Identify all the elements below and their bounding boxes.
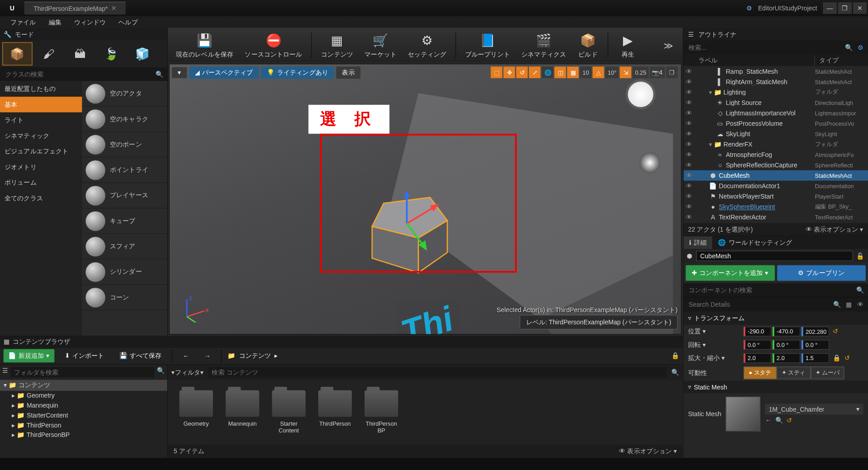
- component-search-input[interactable]: [685, 285, 855, 295]
- landscape-mode-button[interactable]: 🏔: [65, 42, 95, 65]
- location-x-input[interactable]: [744, 327, 771, 337]
- folder-search-input[interactable]: [10, 367, 155, 378]
- toolbar-button[interactable]: 📘ブループリント: [461, 30, 514, 60]
- tree-item[interactable]: ▸ 📁 ThirdPersonBP: [0, 430, 167, 440]
- category-item[interactable]: ジオメトリ: [0, 159, 82, 175]
- toolbar-button[interactable]: 📦ビルド: [573, 30, 603, 60]
- toolbar-overflow-button[interactable]: ≫: [658, 40, 679, 51]
- asset-search-input[interactable]: [208, 367, 667, 378]
- visibility-icon[interactable]: 👁: [686, 193, 695, 199]
- blueprint-button[interactable]: ⚙ ブループリン: [777, 265, 865, 281]
- close-icon[interactable]: ✕: [111, 5, 117, 12]
- outliner-search-input[interactable]: [685, 42, 843, 52]
- mesh-asset-picker[interactable]: 1M_Cube_Chamfer▾: [765, 404, 863, 414]
- add-component-button[interactable]: ✚ コンポーネントを追加 ▾: [686, 265, 774, 281]
- outliner-row[interactable]: 👁☀Light SourceDirectionalLigh: [684, 97, 868, 108]
- minimize-button[interactable]: —: [823, 2, 837, 14]
- mesh-thumbnail[interactable]: [726, 397, 761, 432]
- outliner-row[interactable]: 👁☁SkyLightSkyLight: [684, 128, 868, 139]
- outliner-col-label[interactable]: ラベル: [694, 55, 815, 66]
- category-item[interactable]: ボリューム: [0, 175, 82, 191]
- tree-item[interactable]: ▸ 📁 ThirdPerson: [0, 420, 167, 430]
- details-search-input[interactable]: [685, 299, 832, 310]
- visibility-icon[interactable]: 👁: [686, 130, 695, 137]
- placeable-actor[interactable]: 空のアクタ: [82, 81, 167, 106]
- menu-item[interactable]: 編集: [43, 16, 67, 27]
- tree-item[interactable]: ▸ 📁 Geometry: [0, 391, 167, 401]
- outliner-row[interactable]: 👁≈AtmosphericFogAtmosphericFo: [684, 149, 868, 160]
- reset-icon[interactable]: ↺: [787, 417, 792, 425]
- toolbar-button[interactable]: ▶再生: [613, 30, 643, 60]
- save-all-button[interactable]: 💾 すべて保存: [114, 349, 166, 362]
- visibility-icon[interactable]: 👁: [686, 203, 695, 210]
- expand-icon[interactable]: ▾: [709, 140, 712, 148]
- toolbar-button[interactable]: 💾現在のレベルを保存: [171, 30, 238, 60]
- details-tab[interactable]: ℹ 詳細: [684, 236, 712, 249]
- browse-to-icon[interactable]: 🔍: [775, 417, 783, 425]
- close-button[interactable]: ✕: [853, 2, 867, 14]
- view-options-button[interactable]: 👁 表示オプション ▾: [619, 447, 677, 456]
- visibility-icon[interactable]: 👁: [686, 89, 695, 95]
- visibility-icon[interactable]: 👁: [686, 68, 695, 75]
- history-back-button[interactable]: ←: [178, 350, 194, 362]
- tree-item[interactable]: ▾ 📁 コンテンツ: [0, 380, 167, 391]
- outliner-row[interactable]: 👁▾📁Lightingフォルダ: [684, 87, 868, 97]
- content-browser-header[interactable]: ▦ コンテンツブラウザ: [0, 337, 683, 348]
- category-item[interactable]: 基本: [0, 97, 82, 113]
- placeable-actor[interactable]: キューブ: [82, 209, 167, 234]
- outliner-header[interactable]: ☰ アウトライナ: [684, 28, 868, 40]
- maximize-button[interactable]: ❐: [838, 2, 852, 14]
- mobility-option[interactable]: ✦ スティ: [777, 366, 811, 379]
- lock-scale-icon[interactable]: 🔒: [833, 354, 841, 362]
- rotation-x-input[interactable]: [744, 340, 771, 350]
- outliner-row[interactable]: 👁○SphereReflectionCaptureSphereReflecti: [684, 160, 868, 170]
- placeable-actor[interactable]: コーン: [82, 285, 167, 310]
- placeable-actor[interactable]: スフィア: [82, 234, 167, 259]
- transform-category[interactable]: ▿ トランスフォーム: [684, 312, 868, 325]
- viewport[interactable]: ▾ ◢ パースペクティブ 💡 ライティングあり 表示 ⬚ ✥ ↺ ⤢ 🌐 ◫ ▦…: [169, 64, 682, 335]
- rotation-z-input[interactable]: [802, 340, 829, 350]
- add-new-button[interactable]: 📄 新規追加 ▾: [4, 349, 55, 362]
- visibility-icon[interactable]: 👁: [686, 78, 695, 85]
- menu-item[interactable]: ファイル: [5, 16, 42, 27]
- mobility-option[interactable]: ✦ ムーバ: [811, 366, 844, 379]
- placeable-actor[interactable]: プレイヤース: [82, 183, 167, 208]
- outliner-row[interactable]: 👁ATextRenderActorTextRenderAct: [684, 212, 868, 222]
- tree-item[interactable]: ▸ 📁 StarterContent: [0, 411, 167, 421]
- outliner-row[interactable]: 👁▌Ramp_StaticMeshStaticMeshAct: [684, 66, 868, 76]
- reset-icon[interactable]: ↺: [844, 354, 850, 362]
- location-z-input[interactable]: [802, 327, 829, 337]
- scale-y-input[interactable]: [773, 353, 800, 363]
- visibility-icon[interactable]: 👁: [686, 109, 695, 116]
- outliner-row[interactable]: 👁📄DocumentationActor1Documentation: [684, 180, 868, 191]
- geometry-mode-button[interactable]: 🧊: [127, 42, 158, 65]
- level-tab[interactable]: ThirdPersonExampleMap* ✕: [24, 2, 126, 14]
- outliner-row[interactable]: 👁●SkySphereBlueprint編集 BP_Sky_: [684, 201, 868, 212]
- menu-item[interactable]: ヘルプ: [113, 16, 144, 27]
- outliner-row[interactable]: 👁▾📁RenderFXフォルダ: [684, 139, 868, 149]
- visibility-icon[interactable]: 👁: [686, 120, 695, 127]
- outliner-view-options[interactable]: 👁 表示オプション ▾: [806, 225, 863, 233]
- history-fwd-button[interactable]: →: [200, 350, 216, 362]
- mobility-option[interactable]: ● スタテ: [744, 366, 777, 379]
- tree-item[interactable]: ▸ 📁 Mannequin: [0, 401, 167, 411]
- outliner-row[interactable]: 👁▭PostProcessVolumePostProcessVo: [684, 118, 868, 128]
- location-y-input[interactable]: [773, 327, 800, 337]
- menu-item[interactable]: ウィンドウ: [68, 16, 112, 27]
- paint-mode-button[interactable]: 🖌: [33, 42, 64, 65]
- visibility-icon[interactable]: 👁: [686, 151, 695, 158]
- toolbar-button[interactable]: ▦コンテンツ: [316, 30, 358, 60]
- reset-icon[interactable]: ↺: [833, 328, 838, 335]
- outliner-row[interactable]: 👁◇LightmassImportanceVolLightmassImpor: [684, 108, 868, 118]
- placeable-actor[interactable]: ポイントライ: [82, 157, 167, 183]
- category-item[interactable]: 最近配置したもの: [0, 81, 82, 97]
- visibility-icon[interactable]: 👁: [686, 182, 695, 189]
- outliner-row[interactable]: 👁⬢CubeMeshStaticMeshAct: [684, 170, 868, 180]
- filter-icon[interactable]: ⚙: [855, 44, 867, 52]
- import-button[interactable]: ⬇ インポート: [60, 349, 109, 362]
- scale-z-input[interactable]: [802, 353, 829, 363]
- outliner-row[interactable]: 👁⚑NetworkPlayerStartPlayerStart: [684, 191, 868, 201]
- toolbar-button[interactable]: ⚙セッティング: [403, 30, 451, 60]
- world-settings-tab[interactable]: 🌐 ワールドセッティング: [712, 236, 798, 249]
- path-breadcrumb[interactable]: 📁 コンテンツ ▸: [227, 352, 278, 361]
